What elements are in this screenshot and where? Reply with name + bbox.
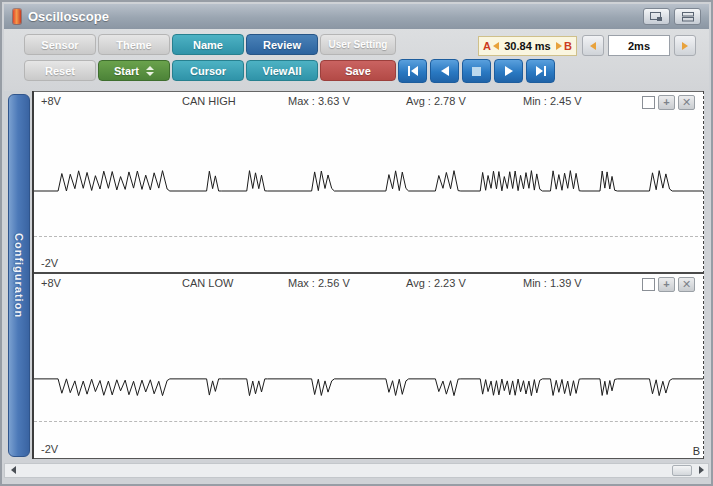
theme-button[interactable]: Theme bbox=[98, 34, 170, 55]
horizontal-scrollbar[interactable] bbox=[4, 463, 709, 478]
range-bottom-label: -2V bbox=[41, 443, 58, 455]
stop-icon bbox=[472, 67, 481, 76]
cursor-button[interactable]: Cursor bbox=[172, 60, 244, 81]
range-bottom-label: -2V bbox=[41, 257, 58, 269]
cursor-b-position-label: B bbox=[693, 445, 700, 457]
left-arrow-icon bbox=[590, 42, 596, 50]
title-bar: Oscilloscope bbox=[4, 4, 709, 29]
review-button[interactable]: Review bbox=[246, 34, 318, 55]
scrollbar-thumb[interactable] bbox=[672, 465, 692, 476]
timebase-decrease-button[interactable] bbox=[582, 35, 604, 56]
cursor-a-label: A bbox=[483, 40, 491, 52]
viewall-button[interactable]: ViewAll bbox=[246, 60, 318, 81]
play-icon bbox=[504, 66, 514, 76]
scope-area: Configuration +8V CAN HIGH Max : 3.63 V … bbox=[4, 91, 709, 461]
popout-window-button[interactable] bbox=[643, 8, 670, 25]
popout-window-icon bbox=[650, 12, 663, 22]
cursor-b-marker-icon bbox=[556, 42, 562, 50]
zero-volt-gridline bbox=[34, 236, 703, 237]
cursor-a-marker-icon bbox=[493, 42, 499, 50]
ab-time-value: 30.84 ms bbox=[504, 40, 550, 52]
save-button[interactable]: Save bbox=[320, 60, 396, 81]
stop-button[interactable] bbox=[462, 59, 491, 83]
toolbar: Sensor Theme Name Review User Setting Re… bbox=[4, 29, 709, 91]
timebase-value[interactable]: 2ms bbox=[608, 35, 670, 56]
window-title: Oscilloscope bbox=[28, 9, 109, 24]
timebase-increase-button[interactable] bbox=[674, 35, 696, 56]
waveform-can-low bbox=[34, 274, 703, 458]
channel-can-high[interactable]: +8V CAN HIGH Max : 3.63 V Avg : 2.78 V M… bbox=[34, 91, 703, 272]
app-icon bbox=[13, 9, 21, 24]
name-button[interactable]: Name bbox=[172, 34, 244, 55]
sensor-button[interactable]: Sensor bbox=[24, 34, 96, 55]
waveform-can-high bbox=[34, 92, 703, 272]
skip-to-end-button[interactable] bbox=[526, 59, 555, 83]
tile-windows-icon bbox=[682, 12, 694, 22]
configuration-tab[interactable]: Configuration bbox=[8, 94, 30, 457]
right-arrow-icon bbox=[682, 42, 688, 50]
scroll-left-icon[interactable] bbox=[11, 466, 16, 474]
ab-time-readout: A 30.84 ms B bbox=[478, 36, 577, 56]
reset-button[interactable]: Reset bbox=[24, 60, 96, 81]
start-button[interactable]: Start bbox=[98, 60, 170, 81]
zero-volt-gridline bbox=[34, 421, 703, 422]
scroll-right-icon[interactable] bbox=[699, 466, 704, 474]
user-setting-button[interactable]: User Setting bbox=[320, 34, 396, 55]
play-button[interactable] bbox=[494, 59, 523, 83]
tile-windows-button[interactable] bbox=[674, 8, 701, 25]
step-back-icon bbox=[440, 66, 450, 76]
start-spinner-icon[interactable] bbox=[146, 66, 154, 76]
channels-container: +8V CAN HIGH Max : 3.63 V Avg : 2.78 V M… bbox=[32, 91, 704, 459]
cursor-b-label: B bbox=[564, 40, 572, 52]
oscilloscope-window: Oscilloscope Sensor Theme Name Review Us… bbox=[0, 0, 713, 486]
skip-to-start-button[interactable] bbox=[398, 59, 427, 83]
skip-to-start-icon bbox=[407, 66, 419, 76]
channel-can-low[interactable]: +8V CAN LOW Max : 2.56 V Avg : 2.23 V Mi… bbox=[34, 272, 703, 459]
configuration-tab-label: Configuration bbox=[13, 233, 25, 318]
skip-to-end-icon bbox=[535, 66, 547, 76]
step-back-button[interactable] bbox=[430, 59, 459, 83]
